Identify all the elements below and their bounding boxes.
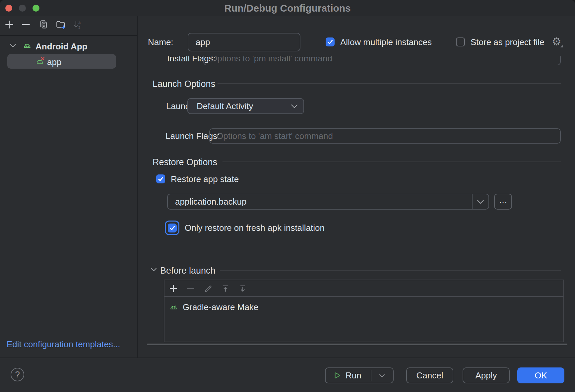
- gear-icon: ⚙: [552, 35, 561, 47]
- edit-task-button[interactable]: [203, 284, 213, 294]
- allow-multiple-instances-checkbox[interactable]: [326, 37, 335, 46]
- move-task-up-button[interactable]: [221, 284, 230, 294]
- launch-mode-value: Default Activity: [197, 101, 291, 111]
- restore-options-section-title: Restore Options: [153, 157, 217, 167]
- svg-text:z: z: [78, 25, 80, 30]
- add-icon: [4, 19, 15, 30]
- apply-button[interactable]: Apply: [463, 367, 510, 383]
- play-icon: [332, 370, 342, 380]
- run-button-label: Run: [346, 370, 361, 381]
- before-launch-collapse-chevron[interactable]: [151, 268, 157, 271]
- run-options-chevron[interactable]: [371, 374, 393, 377]
- footer-divider: [0, 358, 575, 358]
- move-task-down-button[interactable]: [238, 284, 248, 294]
- restore-app-state-checkbox[interactable]: [156, 174, 165, 183]
- launch-options-divider: [218, 83, 561, 84]
- move-down-icon: [238, 284, 248, 294]
- window-title: Run/Debug Configurations: [0, 0, 575, 16]
- edit-configuration-templates-link[interactable]: Edit configuration templates...: [7, 339, 120, 350]
- add-task-button[interactable]: [168, 284, 178, 294]
- move-up-icon: [221, 284, 230, 294]
- only-fresh-checkbox-focus-ring: [165, 221, 179, 235]
- before-launch-toolbar: [164, 280, 563, 297]
- remove-configuration-button[interactable]: [21, 19, 31, 30]
- android-error-icon: [35, 56, 46, 67]
- restore-app-state-label: Restore app state: [171, 175, 239, 183]
- project-file-settings-button[interactable]: ⚙: [552, 35, 561, 48]
- chevron-down-icon: [291, 104, 297, 108]
- launch-options-section-title: Launch Options: [153, 79, 215, 89]
- add-configuration-button[interactable]: [4, 19, 15, 30]
- form-scroll-area[interactable]: Install Flags: Launch Options Launch: De…: [138, 56, 575, 345]
- add-icon: [168, 284, 178, 294]
- only-fresh-install-checkbox[interactable]: [168, 224, 177, 232]
- copy-configuration-button[interactable]: [38, 19, 49, 30]
- restore-options-divider: [223, 162, 561, 162]
- before-launch-divider: [220, 270, 561, 271]
- new-folder-icon: [55, 19, 66, 30]
- name-label: Name:: [148, 38, 173, 46]
- android-icon: [169, 303, 178, 312]
- name-input[interactable]: [188, 33, 300, 51]
- launch-flags-input[interactable]: [209, 128, 561, 144]
- sort-configurations-button[interactable]: a z: [73, 19, 83, 30]
- edit-icon: [203, 284, 213, 294]
- task-row[interactable]: Gradle-aware Make: [169, 302, 258, 312]
- install-flags-input[interactable]: [203, 56, 561, 65]
- check-icon: [327, 38, 334, 45]
- svg-text:a: a: [78, 20, 81, 25]
- remove-task-button[interactable]: [186, 284, 196, 294]
- titlebar: Run/Debug Configurations: [0, 0, 575, 16]
- run-debug-configurations-dialog: Run/Debug Configurations: [0, 0, 575, 392]
- sidebar-item-app[interactable]: app: [7, 54, 116, 69]
- before-launch-section-title: Before launch: [160, 266, 216, 276]
- check-icon: [169, 225, 176, 231]
- backup-file-combobox[interactable]: application.backup: [167, 194, 489, 210]
- help-icon: ?: [15, 369, 20, 380]
- sidebar-item-app-label: app: [47, 57, 61, 67]
- copy-icon: [38, 19, 49, 30]
- sidebar-toolbar-divider: [0, 35, 137, 36]
- run-split-button[interactable]: Run: [325, 367, 394, 383]
- sidebar-group-android-app[interactable]: Android App: [35, 41, 87, 52]
- chevron-down-icon[interactable]: [472, 194, 488, 209]
- android-icon: [23, 41, 32, 50]
- new-folder-button[interactable]: [55, 19, 66, 30]
- store-as-project-file-checkbox[interactable]: [456, 37, 465, 46]
- before-launch-task-table: Gradle-aware Make: [164, 280, 564, 342]
- backup-file-value: application.backup: [168, 194, 472, 209]
- help-button[interactable]: ?: [11, 368, 24, 381]
- sort-alphabetically-icon: a z: [73, 19, 83, 30]
- horizontal-scrollbar[interactable]: [147, 344, 567, 345]
- remove-icon: [186, 284, 196, 294]
- tree-expand-chevron[interactable]: [10, 44, 16, 47]
- launch-mode-dropdown[interactable]: Default Activity: [187, 98, 304, 114]
- allow-multiple-instances-label: Allow multiple instances: [340, 38, 432, 46]
- only-fresh-install-label: Only restore on fresh apk installation: [185, 224, 325, 232]
- ok-button[interactable]: OK: [517, 367, 564, 383]
- check-icon: [157, 175, 164, 182]
- task-label: Gradle-aware Make: [183, 302, 258, 312]
- browse-backup-file-button[interactable]: …: [494, 194, 512, 210]
- cancel-button-label: Cancel: [416, 370, 443, 381]
- ellipsis-icon: …: [499, 195, 507, 205]
- ok-button-label: OK: [535, 370, 547, 381]
- remove-icon: [21, 19, 31, 30]
- gear-dropdown-triangle-icon: [560, 45, 563, 47]
- apply-button-label: Apply: [475, 370, 497, 381]
- cancel-button[interactable]: Cancel: [406, 367, 453, 383]
- store-as-project-file-label: Store as project file: [471, 38, 544, 46]
